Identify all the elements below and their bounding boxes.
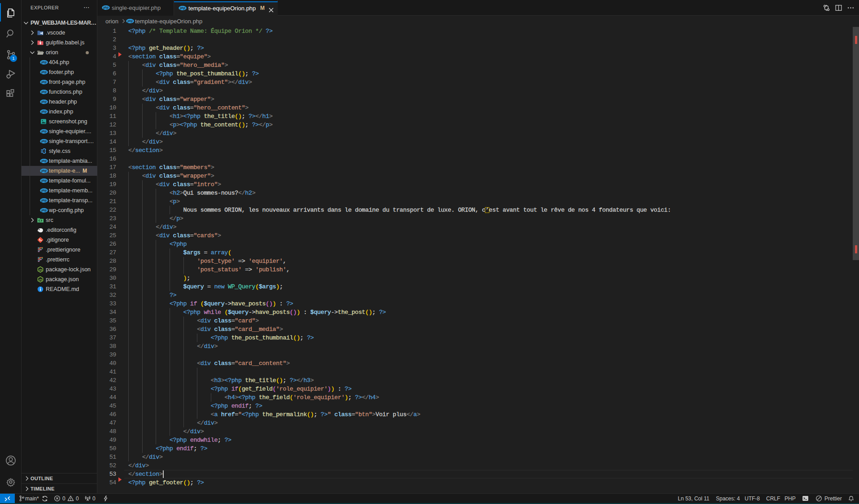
svg-text:php: php — [127, 19, 133, 23]
svg-text:php: php — [179, 6, 185, 10]
svg-text:php: php — [103, 6, 109, 9]
